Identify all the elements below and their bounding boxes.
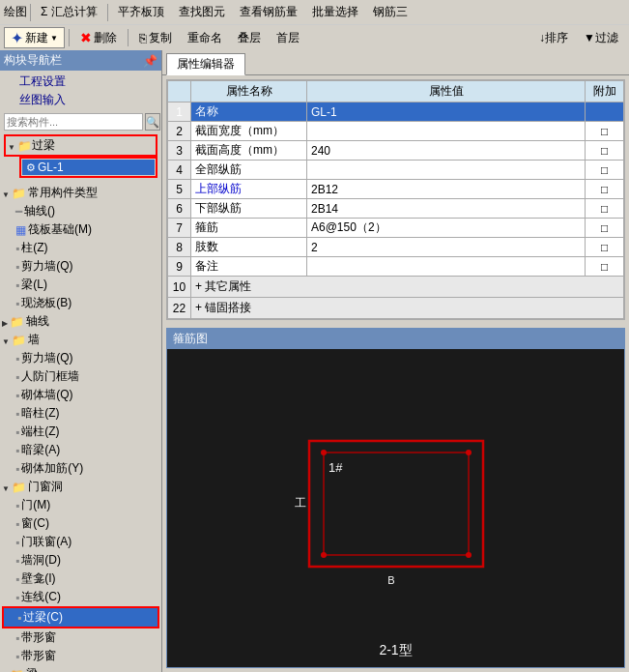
search-input[interactable] xyxy=(4,113,143,131)
prop-add-9[interactable]: □ xyxy=(586,257,624,277)
copy-button[interactable]: ⎘ 复制 xyxy=(132,27,179,48)
tree-column[interactable]: ▪ 柱(Z) xyxy=(2,239,159,257)
table-row-group2[interactable]: 22 + 锚固搭接 xyxy=(168,298,624,319)
prop-val-3[interactable]: 240 xyxy=(307,141,586,161)
tree-masonry-wall[interactable]: ▪ 砌体墙(Q) xyxy=(2,386,159,404)
prop-add-4[interactable]: □ xyxy=(586,161,624,180)
row-num-22: 22 xyxy=(168,298,191,319)
tree-common[interactable]: 📁 常用构件类型 xyxy=(2,184,159,202)
search-button[interactable]: 🔍 xyxy=(145,113,160,131)
folder-icon-common: 📁 xyxy=(12,187,26,200)
table-row[interactable]: 1 名称 GL-1 xyxy=(168,102,624,122)
group-label-10[interactable]: + 其它属性 xyxy=(191,277,624,298)
table-row[interactable]: 8 肢数 2 □ xyxy=(168,238,624,257)
prop-val-6[interactable]: 2B14 xyxy=(307,199,586,219)
table-row[interactable]: 4 全部纵筋 □ xyxy=(168,161,624,180)
tree-wall-opening[interactable]: ▪ 墙洞(D) xyxy=(2,551,159,570)
copy-icon: ⎘ xyxy=(139,31,147,45)
settings-link[interactable]: 工程设置 xyxy=(4,73,157,91)
relayer-button[interactable]: 叠层 xyxy=(231,27,268,48)
svg-point-11 xyxy=(466,450,472,455)
tab-attr-editor[interactable]: 属性编辑器 xyxy=(166,53,245,75)
top-button[interactable]: 首层 xyxy=(270,27,306,48)
row-num-3: 3 xyxy=(168,141,191,161)
prop-val-4[interactable] xyxy=(307,161,586,180)
tree-shear-wall2[interactable]: ▪ 剪力墙(Q) xyxy=(2,349,159,367)
tree-hidden-beam[interactable]: ▪ 暗梁(A) xyxy=(2,441,159,459)
component-tree-root[interactable]: 📁 过梁 xyxy=(4,134,157,157)
component-tree-item: ⚙ GL-1 xyxy=(19,157,157,178)
tree-wall[interactable]: 📁 墙 xyxy=(2,331,159,349)
prop-add-2[interactable]: □ xyxy=(586,122,624,141)
tree-beam2[interactable]: 📁 梁 xyxy=(2,665,159,672)
prop-val-9[interactable] xyxy=(307,257,586,277)
component-item-gl1[interactable]: ⚙ GL-1 xyxy=(22,160,155,175)
component-tree-label: 过梁 xyxy=(32,137,55,154)
tree-masonry-bar[interactable]: ▪ 砌体加筋(Y) xyxy=(2,459,159,478)
prop-val-8[interactable]: 2 xyxy=(307,238,586,257)
item-icon-lintel: ▪ xyxy=(15,591,19,604)
tree-beam[interactable]: ▪ 梁(L) xyxy=(2,276,159,294)
tree-over-beam[interactable]: ▪ 过梁(C) xyxy=(2,606,159,628)
tree-axis2[interactable]: 📁 轴线 xyxy=(2,312,159,331)
toolbar-align-btn[interactable]: 平齐板顶 xyxy=(111,2,171,23)
tree-container: 📁 常用构件类型 ━ 轴线() ▦ 筏板基础(M) ▪ 柱(Z) ▪ 剪力墙(Q… xyxy=(0,182,161,672)
row-num-2: 2 xyxy=(168,122,191,141)
table-row-group[interactable]: 10 + 其它属性 xyxy=(168,277,624,298)
toolbar-steel3-btn[interactable]: 钢筋三 xyxy=(366,2,415,23)
tree-anti-door[interactable]: ▪ 人防门框墙 xyxy=(2,367,159,386)
prop-val-1[interactable]: GL-1 xyxy=(307,102,586,122)
table-row[interactable]: 3 截面高度（mm） 240 □ xyxy=(168,141,624,161)
gear-icon: ⚙ xyxy=(26,161,36,174)
item-icon-dc: ▪ xyxy=(15,407,19,421)
prop-add-7[interactable]: □ xyxy=(586,219,624,238)
toolbar-batch-select-btn[interactable]: 批量选择 xyxy=(305,2,365,23)
tree-window[interactable]: ▪ 窗(C) xyxy=(2,514,159,533)
tree-shaped-window[interactable]: ▪ 带形窗 xyxy=(2,628,159,647)
tree-door[interactable]: ▪ 门(M) xyxy=(2,496,159,514)
sort-button[interactable]: ↓排序 xyxy=(532,27,575,48)
tree-lintel[interactable]: ▪ 连线(C) xyxy=(2,588,159,606)
filter-button[interactable]: ▼过滤 xyxy=(577,27,625,48)
wall-label: 墙 xyxy=(28,332,40,348)
item-icon-mw: ▪ xyxy=(15,389,19,402)
toolbar-sum-btn[interactable]: Σ 汇总计算 xyxy=(34,2,104,23)
tree-floor-slab[interactable]: ▪ 现浇板(B) xyxy=(2,294,159,312)
prop-val-7[interactable]: A6@150（2） xyxy=(307,219,586,238)
tree-dark-col[interactable]: ▪ 暗柱(Z) xyxy=(2,404,159,423)
prop-add-3[interactable]: □ xyxy=(586,141,624,161)
toolbar-view-steel-btn[interactable]: 查看钢筋量 xyxy=(233,2,304,23)
rename-button[interactable]: 重命名 xyxy=(181,27,229,48)
table-row[interactable]: 2 截面宽度（mm） □ xyxy=(168,122,624,141)
masonry-wall-label: 砌体墙(Q) xyxy=(21,387,72,403)
input-link[interactable]: 丝图输入 xyxy=(4,91,157,109)
tree-linked-window[interactable]: ▪ 门联窗(A) xyxy=(2,533,159,551)
table-row[interactable]: 9 备注 □ xyxy=(168,257,624,277)
tree-foundation-strip[interactable]: ▦ 筏板基础(M) xyxy=(2,220,159,239)
table-row[interactable]: 6 下部纵筋 2B14 □ xyxy=(168,199,624,219)
tree-wall-conn[interactable]: ▪ 壁龛(I) xyxy=(2,570,159,588)
toolbar-find-btn[interactable]: 查找图元 xyxy=(172,2,232,23)
tree-axis[interactable]: ━ 轴线() xyxy=(2,202,159,220)
tree-arch-window[interactable]: ▪ 带形窗 xyxy=(2,647,159,665)
prop-add-8[interactable]: □ xyxy=(586,238,624,257)
table-row[interactable]: 7 箍筋 A6@150（2） □ xyxy=(168,219,624,238)
sidebar-pin-icon[interactable]: 📌 xyxy=(143,54,157,68)
tree-door-window[interactable]: 📁 门窗洞 xyxy=(2,478,159,496)
prop-val-5[interactable]: 2B12 xyxy=(307,180,586,199)
table-row[interactable]: 5 上部纵筋 2B12 □ xyxy=(168,180,624,199)
prop-add-5[interactable]: □ xyxy=(586,180,624,199)
delete-button[interactable]: ✖ 删除 xyxy=(73,27,124,48)
tree-end-col[interactable]: ▪ 端柱(Z) xyxy=(2,423,159,441)
prop-val-2[interactable] xyxy=(307,122,586,141)
door-window-label: 门窗洞 xyxy=(28,479,63,495)
svg-text:1#: 1# xyxy=(329,460,343,475)
window-label: 窗(C) xyxy=(21,515,49,532)
relayer-label: 叠层 xyxy=(238,30,261,46)
new-button[interactable]: ✦ 新建 ▼ xyxy=(4,27,65,48)
group-label-22[interactable]: + 锚固搭接 xyxy=(191,298,624,319)
prop-add-6[interactable]: □ xyxy=(586,199,624,219)
tree-shear-wall[interactable]: ▪ 剪力墙(Q) xyxy=(2,257,159,276)
attr-table-container: 属性名称 属性值 附加 1 名称 GL-1 2 截面宽度（mm） xyxy=(166,79,625,320)
col-num-header xyxy=(168,81,191,102)
